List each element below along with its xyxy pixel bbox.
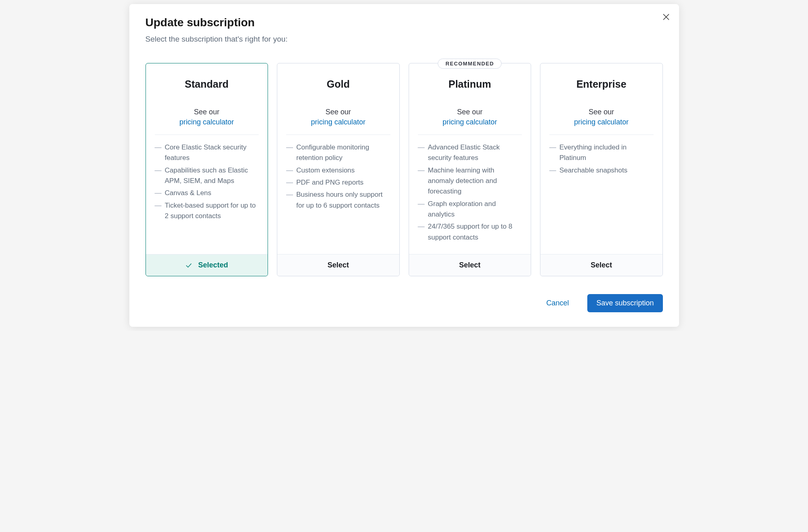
feature-text: Ticket-based support for up to 2 support… (165, 200, 259, 222)
update-subscription-modal: Update subscription Select the subscript… (129, 4, 679, 327)
dash-icon: — (418, 142, 425, 153)
dash-icon: — (286, 177, 293, 188)
modal-actions: Cancel Save subscription (146, 294, 663, 312)
plan-select-button[interactable]: Select (540, 254, 662, 276)
plan-body: Platinum See our pricing calculator —Adv… (409, 63, 531, 254)
dash-icon: — (286, 189, 293, 200)
list-item: —Machine learning with anomaly detection… (418, 165, 522, 197)
plan-card-standard[interactable]: Standard See our pricing calculator —Cor… (146, 63, 268, 276)
plans-row: Standard See our pricing calculator —Cor… (146, 63, 663, 276)
plan-body: Gold See our pricing calculator —Configu… (277, 63, 399, 254)
feature-text: Core Elastic Stack security features (165, 142, 259, 164)
pricing-calculator-link[interactable]: pricing calculator (155, 118, 259, 126)
cancel-button[interactable]: Cancel (537, 294, 578, 312)
list-item: —Advanced Elastic Stack security feature… (418, 142, 522, 164)
dash-icon: — (155, 142, 162, 153)
dash-icon: — (549, 142, 556, 153)
dash-icon: — (286, 142, 293, 153)
list-item: —24/7/365 support for up to 8 support co… (418, 221, 522, 243)
divider (418, 135, 522, 135)
close-icon (662, 13, 670, 21)
check-icon (185, 262, 192, 269)
feature-text: Everything included in Platinum (559, 142, 654, 164)
dash-icon: — (418, 165, 425, 176)
list-item: —Searchable snapshots (549, 165, 654, 176)
feature-text: Canvas & Lens (165, 188, 211, 198)
list-item: —Core Elastic Stack security features (155, 142, 259, 164)
divider (155, 135, 259, 135)
feature-list: —Configurable monitoring retention polic… (286, 142, 390, 211)
plan-body: Enterprise See our pricing calculator —E… (540, 63, 662, 254)
plan-card-platinum[interactable]: RECOMMENDED Platinum See our pricing cal… (409, 63, 532, 276)
plan-select-button[interactable]: Select (277, 254, 399, 276)
pricing-calculator-link[interactable]: pricing calculator (286, 118, 390, 126)
plan-body: Standard See our pricing calculator —Cor… (146, 63, 268, 254)
feature-text: Machine learning with anomaly detection … (428, 165, 522, 197)
feature-text: Searchable snapshots (559, 165, 627, 176)
save-subscription-button[interactable]: Save subscription (587, 294, 662, 312)
list-item: —Custom extensions (286, 165, 390, 176)
plan-title: Standard (155, 78, 259, 90)
plan-title: Gold (286, 78, 390, 90)
see-our-label: See our (155, 108, 259, 116)
list-item: —Graph exploration and analytics (418, 199, 522, 220)
see-our-label: See our (418, 108, 522, 116)
feature-text: PDF and PNG reports (296, 177, 363, 188)
feature-text: Advanced Elastic Stack security features (428, 142, 522, 164)
divider (286, 135, 390, 135)
list-item: —Capabilities such as Elastic APM, SIEM,… (155, 165, 259, 187)
feature-text: Configurable monitoring retention policy (296, 142, 390, 164)
divider (549, 135, 654, 135)
plan-title: Enterprise (549, 78, 654, 90)
dash-icon: — (286, 165, 293, 176)
feature-text: Graph exploration and analytics (428, 199, 522, 220)
feature-list: —Everything included in Platinum —Search… (549, 142, 654, 176)
plan-footer-selected[interactable]: Selected (146, 254, 268, 276)
see-our-label: See our (286, 108, 390, 116)
feature-list: —Advanced Elastic Stack security feature… (418, 142, 522, 243)
plan-title: Platinum (418, 78, 522, 90)
feature-text: 24/7/365 support for up to 8 support con… (428, 221, 522, 243)
feature-text: Business hours only support for up to 6 … (296, 189, 390, 211)
list-item: —Canvas & Lens (155, 188, 259, 198)
list-item: —PDF and PNG reports (286, 177, 390, 188)
dash-icon: — (155, 200, 162, 211)
plan-card-enterprise[interactable]: Enterprise See our pricing calculator —E… (540, 63, 663, 276)
close-button[interactable] (662, 13, 670, 21)
list-item: —Everything included in Platinum (549, 142, 654, 164)
list-item: —Ticket-based support for up to 2 suppor… (155, 200, 259, 222)
plan-card-gold[interactable]: Gold See our pricing calculator —Configu… (277, 63, 400, 276)
modal-title: Update subscription (146, 16, 663, 29)
dash-icon: — (418, 199, 425, 209)
feature-list: —Core Elastic Stack security features —C… (155, 142, 259, 221)
list-item: —Business hours only support for up to 6… (286, 189, 390, 211)
pricing-calculator-link[interactable]: pricing calculator (549, 118, 654, 126)
selected-label: Selected (198, 261, 228, 269)
feature-text: Capabilities such as Elastic APM, SIEM, … (165, 165, 259, 187)
pricing-calculator-link[interactable]: pricing calculator (418, 118, 522, 126)
see-our-label: See our (549, 108, 654, 116)
dash-icon: — (418, 221, 425, 232)
modal-subtitle: Select the subscription that's right for… (146, 35, 663, 44)
feature-text: Custom extensions (296, 165, 355, 176)
dash-icon: — (155, 188, 162, 198)
dash-icon: — (155, 165, 162, 176)
dash-icon: — (549, 165, 556, 176)
recommended-badge: RECOMMENDED (438, 59, 502, 69)
list-item: —Configurable monitoring retention polic… (286, 142, 390, 164)
plan-select-button[interactable]: Select (409, 254, 531, 276)
